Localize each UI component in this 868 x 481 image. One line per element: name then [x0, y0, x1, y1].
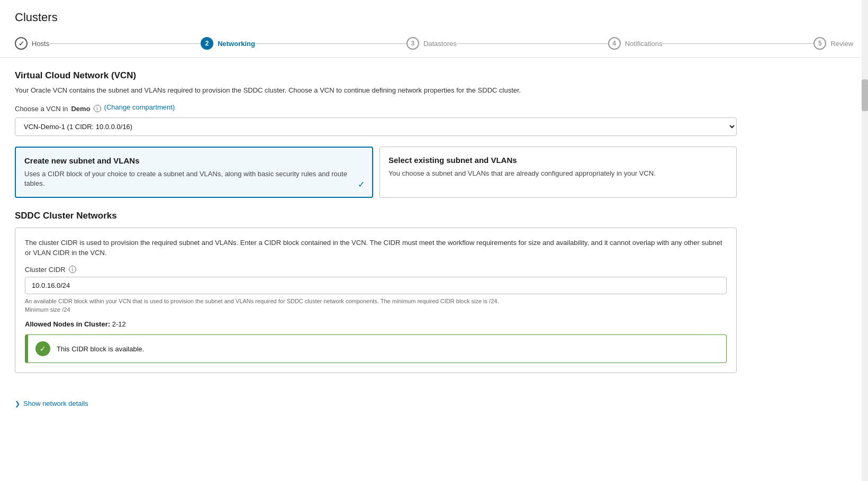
- step-line-1: [49, 43, 201, 44]
- step-hosts-label: Hosts: [32, 40, 49, 48]
- create-new-title: Create new subnet and VLANs: [24, 156, 364, 165]
- allowed-nodes-value-text: 2-12: [112, 320, 126, 328]
- select-existing-title: Select existing subnet and VLANs: [388, 156, 728, 165]
- sddc-section: SDDC Cluster Networks The cluster CIDR i…: [15, 211, 737, 373]
- vcn-section-description: Your Oracle VCN contains the subnet and …: [15, 85, 737, 96]
- change-compartment-link[interactable]: (Change compartment): [104, 103, 175, 111]
- vcn-section-title: Virtual Cloud Network (VCN): [15, 70, 737, 81]
- create-new-description: Uses a CIDR block of your choice to crea…: [24, 169, 364, 188]
- cidr-input[interactable]: [25, 277, 727, 294]
- show-network-row[interactable]: ❯ Show network details: [0, 394, 868, 413]
- stepper: ✓ Hosts 2 Networking 3 Datastores 4 Noti…: [0, 31, 868, 58]
- chevron-right-icon: ❯: [15, 400, 20, 407]
- vcn-label-row: Choose a VCN in Demo i (Change compartme…: [15, 103, 737, 114]
- step-networking-circle: 2: [201, 37, 213, 50]
- show-network-link[interactable]: Show network details: [23, 400, 88, 407]
- scrollbar-track: [862, 0, 868, 481]
- step-networking-label: Networking: [218, 40, 255, 48]
- sddc-section-title: SDDC Cluster Networks: [15, 211, 737, 221]
- allowed-nodes-label: Allowed Nodes in Cluster:: [25, 320, 110, 328]
- choose-vcn-label: Choose a VCN in: [15, 105, 68, 113]
- cidr-label-row: Cluster CIDR i: [25, 266, 727, 274]
- compartment-name: Demo: [71, 105, 90, 113]
- vcn-section: Virtual Cloud Network (VCN) Your Oracle …: [15, 70, 737, 198]
- select-existing-description: You choose a subnet and VLANs that are a…: [388, 169, 728, 178]
- cluster-box: The cluster CIDR is used to provision th…: [15, 228, 737, 373]
- success-alert: ✓ This CIDR block is available.: [25, 334, 727, 363]
- option-card-create-new[interactable]: Create new subnet and VLANs Uses a CIDR …: [15, 147, 373, 198]
- step-hosts[interactable]: ✓ Hosts: [15, 37, 49, 50]
- step-review-circle: 5: [813, 37, 826, 50]
- page-title: Clusters: [0, 0, 868, 31]
- cidr-hint-min: Minimum size /24: [25, 306, 727, 313]
- step-datastores[interactable]: 3 Datastores: [406, 37, 457, 50]
- step-review[interactable]: 5 Review: [813, 37, 853, 50]
- create-new-checkmark: ✓: [358, 179, 365, 189]
- cluster-info-text: The cluster CIDR is used to provision th…: [25, 238, 727, 258]
- scrollbar-thumb[interactable]: [862, 79, 868, 111]
- compartment-info-icon[interactable]: i: [94, 105, 101, 112]
- option-card-select-existing[interactable]: Select existing subnet and VLANs You cho…: [379, 147, 737, 198]
- cidr-hint: An available CIDR block within your VCN …: [25, 297, 727, 305]
- step-networking[interactable]: 2 Networking: [201, 37, 255, 50]
- cidr-label: Cluster CIDR: [25, 266, 66, 274]
- vcn-dropdown[interactable]: VCN-Demo-1 (1 CIDR: 10.0.0.0/16): [15, 117, 737, 136]
- allowed-nodes: Allowed Nodes in Cluster: 2-12: [25, 320, 727, 328]
- step-notifications[interactable]: 4 Notifications: [608, 37, 663, 50]
- main-content: Virtual Cloud Network (VCN) Your Oracle …: [0, 58, 752, 394]
- step-line-2: [255, 43, 406, 44]
- step-line-3: [457, 43, 608, 44]
- success-icon: ✓: [35, 341, 50, 356]
- step-notifications-label: Notifications: [625, 40, 663, 48]
- step-line-4: [662, 43, 813, 44]
- step-review-label: Review: [830, 40, 853, 48]
- success-text: This CIDR block is available.: [57, 345, 144, 353]
- step-datastores-label: Datastores: [423, 40, 457, 48]
- step-notifications-circle: 4: [608, 37, 621, 50]
- option-cards: Create new subnet and VLANs Uses a CIDR …: [15, 147, 737, 198]
- step-datastores-circle: 3: [406, 37, 419, 50]
- cidr-info-icon[interactable]: i: [69, 266, 76, 273]
- step-hosts-circle: ✓: [15, 37, 28, 50]
